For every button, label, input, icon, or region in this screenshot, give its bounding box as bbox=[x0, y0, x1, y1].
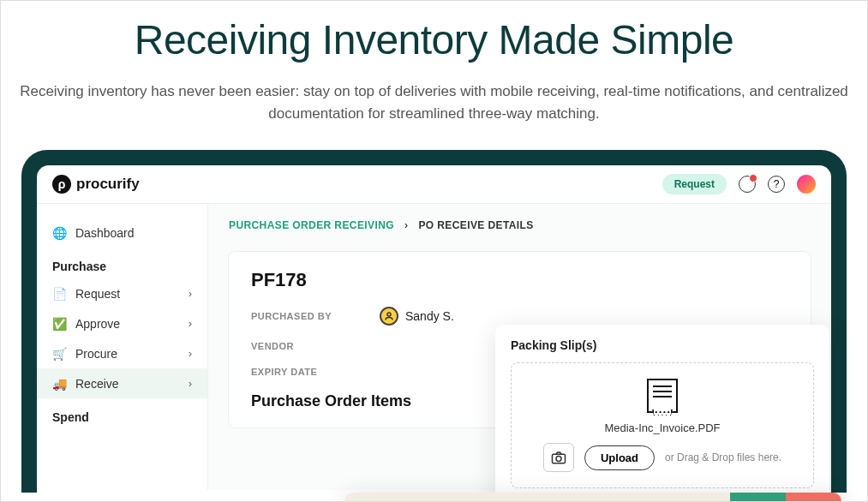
fail-button[interactable]: FAIL bbox=[786, 493, 841, 502]
help-icon[interactable]: ? bbox=[768, 176, 785, 193]
drop-zone[interactable]: Media-Inc_Invoice.PDF Upload or Drag & D… bbox=[511, 362, 814, 488]
field-label-vendor: VENDOR bbox=[251, 341, 345, 351]
sidebar-item-label: Request bbox=[75, 287, 120, 301]
sidebar-item-procure[interactable]: 🛒Procure › bbox=[37, 338, 207, 368]
breadcrumb-current: PO RECEIVE DETAILS bbox=[418, 219, 533, 231]
packing-filename: Media-Inc_Invoice.PDF bbox=[604, 421, 720, 434]
col-header-item: Item bbox=[482, 493, 730, 502]
sidebar-item-label: Approve bbox=[75, 317, 120, 331]
camera-button[interactable] bbox=[543, 443, 574, 472]
receipt-icon bbox=[647, 379, 678, 413]
svg-point-0 bbox=[387, 313, 391, 316]
po-id: PF178 bbox=[251, 269, 788, 291]
breadcrumb: PURCHASE ORDER RECEIVING › PO RECEIVE DE… bbox=[229, 219, 811, 231]
camera-icon bbox=[551, 451, 566, 464]
breadcrumb-link[interactable]: PURCHASE ORDER RECEIVING bbox=[229, 219, 394, 231]
hero-title: Receiving Inventory Made Simple bbox=[18, 16, 850, 63]
sidebar-item-request[interactable]: 📄Request › bbox=[37, 278, 207, 308]
user-avatar-icon bbox=[380, 307, 398, 326]
order-items-card: Order Item PASS FAIL 1 RFO 178 Trade Sho… bbox=[344, 493, 841, 502]
sidebar-item-dashboard[interactable]: 🌐Dashboard bbox=[37, 218, 207, 248]
drag-hint: or Drag & Drop files here. bbox=[665, 451, 781, 463]
app-logo: ρ procurify bbox=[52, 175, 140, 194]
globe-icon: 🌐 bbox=[52, 225, 67, 240]
pass-button[interactable]: PASS bbox=[730, 493, 786, 502]
upload-button[interactable]: Upload bbox=[584, 445, 655, 470]
request-icon: 📄 bbox=[52, 286, 67, 301]
chevron-right-icon: › bbox=[189, 287, 192, 300]
purchased-by-value: Sandy S. bbox=[405, 309, 454, 323]
sidebar: 🌐Dashboard Purchase 📄Request › ✅Approve … bbox=[37, 204, 208, 490]
request-button[interactable]: Request bbox=[662, 174, 727, 194]
notifications-icon[interactable] bbox=[739, 176, 756, 193]
sidebar-item-approve[interactable]: ✅Approve › bbox=[37, 308, 207, 338]
sidebar-heading-spend: Spend bbox=[37, 398, 207, 429]
hero-subtitle: Receiving inventory has never been easie… bbox=[18, 81, 850, 124]
sidebar-item-label: Receive bbox=[75, 377, 119, 391]
packing-slip-card: Packing Slip(s) Media-Inc_Invoice.PDF Up… bbox=[495, 325, 829, 502]
logo-text: procurify bbox=[76, 176, 140, 193]
truck-icon: 🚚 bbox=[52, 376, 67, 391]
sidebar-item-label: Procure bbox=[75, 347, 117, 361]
chevron-right-icon: › bbox=[189, 377, 192, 390]
sidebar-heading-purchase: Purchase bbox=[37, 248, 207, 278]
chevron-right-icon: › bbox=[404, 219, 408, 231]
col-header-order: Order bbox=[344, 493, 482, 502]
packing-title: Packing Slip(s) bbox=[511, 338, 814, 352]
avatar[interactable] bbox=[797, 175, 816, 194]
check-icon: ✅ bbox=[52, 316, 67, 331]
logo-mark-icon: ρ bbox=[52, 175, 71, 194]
chevron-right-icon: › bbox=[189, 317, 192, 330]
chevron-right-icon: › bbox=[189, 347, 192, 360]
svg-point-2 bbox=[556, 457, 561, 462]
cart-icon: 🛒 bbox=[52, 346, 67, 361]
sidebar-item-receive[interactable]: 🚚Receive › bbox=[37, 368, 207, 398]
field-label-expiry: EXPIRY DATE bbox=[251, 367, 345, 377]
field-label-purchased-by: PURCHASED BY bbox=[251, 311, 345, 321]
sidebar-item-label: Dashboard bbox=[75, 226, 135, 240]
